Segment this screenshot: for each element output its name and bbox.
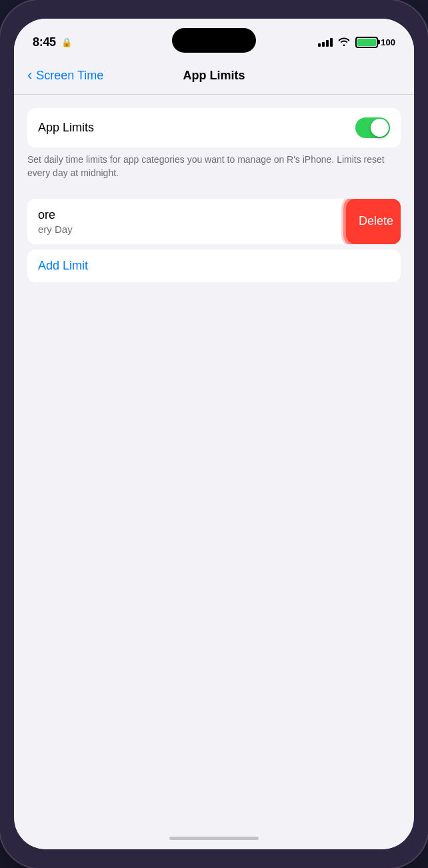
battery-percent: 100: [381, 37, 395, 47]
limit-list-item[interactable]: ore ery Day › Delete: [27, 199, 401, 244]
back-button[interactable]: ‹ Screen Time: [27, 68, 103, 84]
signal-bars: [318, 37, 333, 47]
page-title: App Limits: [183, 69, 245, 83]
app-limits-toggle[interactable]: [355, 117, 390, 138]
phone-screen: 8:45 🔒 1: [14, 19, 414, 849]
phone-frame: 8:45 🔒 1: [0, 0, 428, 868]
battery-indicator: 100: [355, 37, 395, 48]
dynamic-island: [172, 28, 256, 53]
delete-button-wrapper: Delete: [346, 199, 401, 244]
wifi-icon: [338, 37, 350, 48]
status-right: 100: [318, 37, 395, 48]
limit-list-card: ore ery Day › Delete: [27, 199, 401, 244]
list-item-title: ore: [38, 208, 381, 222]
toggle-label: App Limits: [38, 121, 94, 135]
app-limits-card: App Limits: [27, 108, 401, 147]
lock-icon: 🔒: [61, 37, 72, 47]
nav-bar: ‹ Screen Time App Limits: [14, 57, 414, 95]
status-bar: 8:45 🔒 1: [14, 19, 414, 57]
description-text: Set daily time limits for app categories…: [14, 153, 414, 191]
list-item-content: ore ery Day: [38, 208, 381, 235]
add-limit-button[interactable]: Add Limit: [27, 250, 401, 282]
toggle-row: App Limits: [27, 108, 401, 147]
add-limit-card: Add Limit: [27, 250, 401, 282]
home-indicator: [14, 827, 414, 849]
list-item-subtitle: ery Day: [38, 224, 381, 235]
delete-button[interactable]: Delete: [346, 199, 401, 244]
add-limit-label: Add Limit: [38, 259, 88, 273]
home-bar: [169, 837, 259, 840]
main-content: App Limits Set daily time limits for app…: [14, 95, 414, 827]
status-time: 8:45: [33, 35, 56, 49]
chevron-left-icon: ‹: [27, 67, 32, 84]
back-label: Screen Time: [36, 69, 103, 83]
